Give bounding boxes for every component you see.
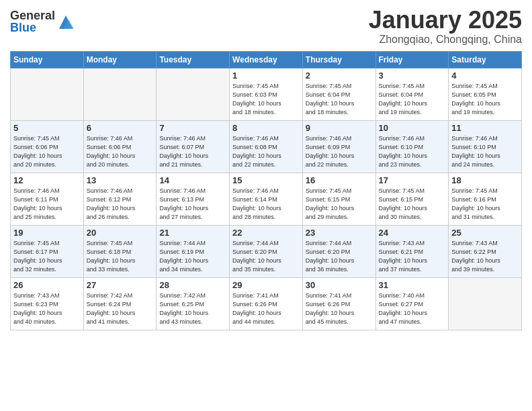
calendar-cell: 12Sunrise: 7:46 AM Sunset: 6:11 PM Dayli… [11, 173, 84, 225]
day-number: 20 [87, 228, 154, 238]
day-number: 30 [306, 280, 373, 290]
calendar-cell: 6Sunrise: 7:46 AM Sunset: 6:06 PM Daylig… [83, 120, 157, 173]
day-number: 16 [306, 175, 373, 185]
day-number: 13 [87, 175, 154, 185]
calendar-cell: 21Sunrise: 7:44 AM Sunset: 6:19 PM Dayli… [157, 225, 230, 277]
calendar-cell: 27Sunrise: 7:42 AM Sunset: 6:24 PM Dayli… [83, 277, 157, 330]
day-number: 15 [232, 175, 300, 185]
day-number: 19 [13, 228, 81, 238]
day-number: 28 [159, 280, 226, 290]
day-number: 6 [87, 123, 154, 133]
day-number: 8 [232, 123, 300, 133]
day-info: Sunrise: 7:41 AM Sunset: 6:26 PM Dayligh… [232, 291, 300, 326]
day-info: Sunrise: 7:42 AM Sunset: 6:24 PM Dayligh… [87, 291, 154, 326]
day-number: 10 [379, 123, 446, 133]
calendar-cell: 18Sunrise: 7:45 AM Sunset: 6:16 PM Dayli… [449, 173, 522, 225]
logo-blue: Blue [10, 21, 55, 34]
day-info: Sunrise: 7:46 AM Sunset: 6:10 PM Dayligh… [451, 134, 519, 169]
calendar-cell: 8Sunrise: 7:46 AM Sunset: 6:08 PM Daylig… [230, 120, 303, 173]
week-row-4: 26Sunrise: 7:43 AM Sunset: 6:23 PM Dayli… [11, 277, 522, 330]
calendar-cell: 7Sunrise: 7:46 AM Sunset: 6:07 PM Daylig… [157, 120, 230, 173]
day-number: 14 [159, 175, 226, 185]
day-info: Sunrise: 7:44 AM Sunset: 6:20 PM Dayligh… [306, 239, 373, 274]
calendar-table: Sunday Monday Tuesday Wednesday Thursday… [10, 51, 522, 330]
calendar-cell: 29Sunrise: 7:41 AM Sunset: 6:26 PM Dayli… [230, 277, 303, 330]
col-friday: Friday [375, 51, 449, 68]
day-info: Sunrise: 7:46 AM Sunset: 6:12 PM Dayligh… [87, 187, 154, 222]
calendar-cell [83, 68, 157, 120]
day-info: Sunrise: 7:41 AM Sunset: 6:26 PM Dayligh… [306, 291, 373, 326]
calendar-cell: 14Sunrise: 7:46 AM Sunset: 6:13 PM Dayli… [157, 173, 230, 225]
day-info: Sunrise: 7:46 AM Sunset: 6:11 PM Dayligh… [13, 187, 81, 222]
day-info: Sunrise: 7:46 AM Sunset: 6:10 PM Dayligh… [379, 134, 446, 169]
col-thursday: Thursday [302, 51, 375, 68]
calendar-cell: 26Sunrise: 7:43 AM Sunset: 6:23 PM Dayli… [11, 277, 84, 330]
day-number: 5 [13, 123, 81, 133]
logo: General Blue [10, 9, 75, 34]
day-number: 1 [232, 71, 300, 81]
col-saturday: Saturday [449, 51, 522, 68]
day-info: Sunrise: 7:44 AM Sunset: 6:20 PM Dayligh… [232, 239, 300, 274]
logo-general: General [10, 9, 55, 21]
calendar-cell: 13Sunrise: 7:46 AM Sunset: 6:12 PM Dayli… [83, 173, 157, 225]
week-row-3: 19Sunrise: 7:45 AM Sunset: 6:17 PM Dayli… [11, 225, 522, 277]
day-number: 12 [13, 175, 81, 185]
col-monday: Monday [83, 51, 157, 68]
calendar-cell [157, 68, 230, 120]
day-info: Sunrise: 7:43 AM Sunset: 6:22 PM Dayligh… [451, 239, 519, 274]
calendar-cell: 31Sunrise: 7:40 AM Sunset: 6:27 PM Dayli… [375, 277, 449, 330]
day-info: Sunrise: 7:45 AM Sunset: 6:15 PM Dayligh… [379, 187, 446, 222]
calendar-cell: 24Sunrise: 7:43 AM Sunset: 6:21 PM Dayli… [375, 225, 449, 277]
day-info: Sunrise: 7:45 AM Sunset: 6:16 PM Dayligh… [451, 187, 519, 222]
calendar-cell: 10Sunrise: 7:46 AM Sunset: 6:10 PM Dayli… [375, 120, 449, 173]
location-title: Zhongqiao, Chongqing, China [369, 34, 522, 46]
day-number: 31 [379, 280, 446, 290]
day-number: 25 [451, 228, 519, 238]
calendar-cell: 15Sunrise: 7:46 AM Sunset: 6:14 PM Dayli… [230, 173, 303, 225]
day-info: Sunrise: 7:46 AM Sunset: 6:09 PM Dayligh… [306, 134, 373, 169]
logo-icon [56, 13, 75, 32]
calendar-cell [11, 68, 84, 120]
page: General Blue January 2025 Zhongqiao, Cho… [0, 0, 532, 411]
day-number: 4 [451, 71, 519, 81]
day-info: Sunrise: 7:46 AM Sunset: 6:08 PM Dayligh… [232, 134, 300, 169]
day-number: 22 [232, 228, 300, 238]
calendar-cell: 11Sunrise: 7:46 AM Sunset: 6:10 PM Dayli… [449, 120, 522, 173]
calendar-cell: 25Sunrise: 7:43 AM Sunset: 6:22 PM Dayli… [449, 225, 522, 277]
day-info: Sunrise: 7:42 AM Sunset: 6:25 PM Dayligh… [159, 291, 226, 326]
calendar-cell: 16Sunrise: 7:45 AM Sunset: 6:15 PM Dayli… [302, 173, 375, 225]
day-info: Sunrise: 7:45 AM Sunset: 6:03 PM Dayligh… [232, 82, 300, 117]
calendar-cell: 3Sunrise: 7:45 AM Sunset: 6:04 PM Daylig… [375, 68, 449, 120]
day-info: Sunrise: 7:46 AM Sunset: 6:06 PM Dayligh… [87, 134, 154, 169]
calendar-cell: 20Sunrise: 7:45 AM Sunset: 6:18 PM Dayli… [83, 225, 157, 277]
day-number: 21 [159, 228, 226, 238]
day-number: 11 [451, 123, 519, 133]
day-number: 26 [13, 280, 81, 290]
header-row: Sunday Monday Tuesday Wednesday Thursday… [11, 51, 522, 68]
day-number: 29 [232, 280, 300, 290]
day-info: Sunrise: 7:46 AM Sunset: 6:07 PM Dayligh… [159, 134, 226, 169]
day-number: 17 [379, 175, 446, 185]
calendar-cell: 5Sunrise: 7:45 AM Sunset: 6:06 PM Daylig… [11, 120, 84, 173]
day-info: Sunrise: 7:46 AM Sunset: 6:14 PM Dayligh… [232, 187, 300, 222]
day-info: Sunrise: 7:46 AM Sunset: 6:13 PM Dayligh… [159, 187, 226, 222]
day-info: Sunrise: 7:45 AM Sunset: 6:05 PM Dayligh… [451, 82, 519, 117]
day-info: Sunrise: 7:45 AM Sunset: 6:04 PM Dayligh… [379, 82, 446, 117]
calendar-cell: 30Sunrise: 7:41 AM Sunset: 6:26 PM Dayli… [302, 277, 375, 330]
day-info: Sunrise: 7:45 AM Sunset: 6:06 PM Dayligh… [13, 134, 81, 169]
week-row-1: 5Sunrise: 7:45 AM Sunset: 6:06 PM Daylig… [11, 120, 522, 173]
day-number: 24 [379, 228, 446, 238]
calendar-cell: 28Sunrise: 7:42 AM Sunset: 6:25 PM Dayli… [157, 277, 230, 330]
col-sunday: Sunday [11, 51, 84, 68]
day-number: 9 [306, 123, 373, 133]
day-number: 23 [306, 228, 373, 238]
calendar-cell: 19Sunrise: 7:45 AM Sunset: 6:17 PM Dayli… [11, 225, 84, 277]
calendar-cell: 2Sunrise: 7:45 AM Sunset: 6:04 PM Daylig… [302, 68, 375, 120]
col-tuesday: Tuesday [157, 51, 230, 68]
calendar-cell: 4Sunrise: 7:45 AM Sunset: 6:05 PM Daylig… [449, 68, 522, 120]
week-row-2: 12Sunrise: 7:46 AM Sunset: 6:11 PM Dayli… [11, 173, 522, 225]
week-row-0: 1Sunrise: 7:45 AM Sunset: 6:03 PM Daylig… [11, 68, 522, 120]
day-number: 2 [306, 71, 373, 81]
day-info: Sunrise: 7:45 AM Sunset: 6:15 PM Dayligh… [306, 187, 373, 222]
day-number: 27 [87, 280, 154, 290]
